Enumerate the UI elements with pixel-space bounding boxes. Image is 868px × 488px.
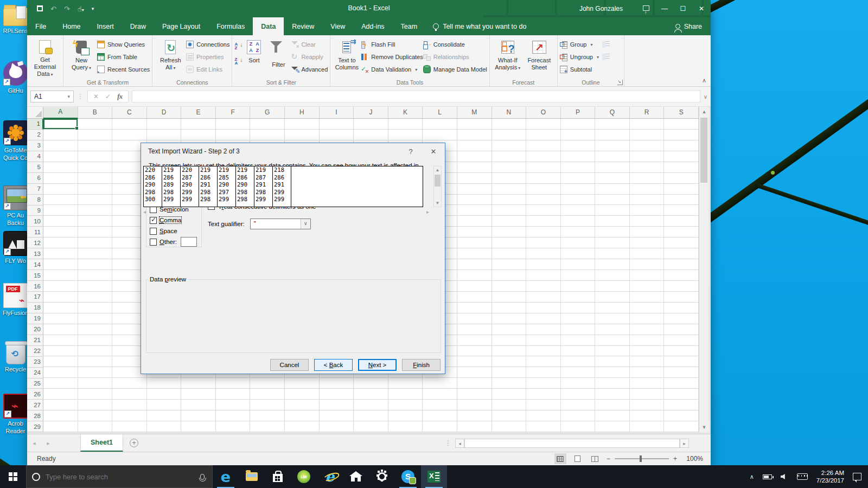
grid-cell[interactable] (181, 410, 216, 421)
grid-cell[interactable] (492, 389, 527, 400)
grid-cell[interactable] (630, 205, 665, 216)
grid-cell[interactable] (561, 303, 596, 313)
delimiter-checkbox-space[interactable] (150, 228, 157, 235)
horizontal-scroll-thumb[interactable] (464, 439, 680, 448)
grid-cell[interactable] (492, 303, 527, 313)
grid-cell[interactable] (595, 216, 630, 227)
tab-page-layout[interactable]: Page Layout (154, 17, 208, 35)
grid-cell[interactable] (112, 410, 147, 421)
back-button[interactable]: < Back (314, 359, 353, 371)
grid-cell[interactable] (423, 130, 457, 140)
grid-cell[interactable] (388, 400, 423, 410)
row-header-6[interactable]: 6 (27, 173, 43, 184)
column-header-s[interactable]: S (664, 107, 699, 119)
grid-cell[interactable] (630, 119, 665, 130)
grid-cell[interactable] (595, 259, 630, 270)
grid-cell[interactable] (492, 151, 527, 162)
column-header-h[interactable]: H (285, 107, 320, 119)
grid-cell[interactable] (630, 367, 665, 378)
grid-cell[interactable] (78, 205, 113, 216)
grid-cell[interactable] (457, 421, 492, 432)
horizontal-scrollbar[interactable]: ⋮ ◂ ▸ (445, 438, 689, 448)
grid-cell[interactable] (43, 216, 78, 227)
desktop-icon-acrobat-reader[interactable]: ↗Acrob Reader (1, 394, 30, 435)
grid-cell[interactable] (78, 195, 113, 206)
other-delimiter-input[interactable] (181, 237, 197, 247)
show-detail-button[interactable] (602, 40, 610, 49)
desktop-icon-fly-w[interactable]: ↗FLY Wo (1, 231, 30, 265)
column-header-j[interactable]: J (354, 107, 388, 119)
grid-cell[interactable] (526, 195, 561, 206)
grid-cell[interactable] (320, 389, 354, 400)
preview-scroll-right-icon[interactable]: ▸ (426, 209, 429, 216)
grid-cell[interactable] (388, 389, 423, 400)
ribbon-display-options-icon[interactable] (637, 0, 655, 17)
grid-cell[interactable] (595, 421, 630, 432)
grid-cell[interactable] (561, 367, 596, 378)
scroll-right-icon[interactable]: ▸ (680, 439, 689, 448)
grid-cell[interactable] (181, 389, 216, 400)
grid-cell[interactable] (561, 356, 596, 367)
grid-cell[interactable] (423, 421, 457, 432)
grid-cell[interactable] (457, 292, 492, 303)
grid-cell[interactable] (595, 335, 630, 346)
grid-cell[interactable] (630, 151, 665, 162)
taskbar-logmein-icon[interactable]: LMI (291, 465, 317, 488)
battery-icon[interactable] (763, 474, 772, 479)
grid-cell[interactable] (423, 389, 457, 400)
grid-cell[interactable] (492, 173, 527, 184)
tab-draw[interactable]: Draw (122, 17, 154, 35)
row-header-10[interactable]: 10 (27, 216, 43, 227)
grid-cell[interactable] (388, 421, 423, 432)
dropdown-chevron-icon[interactable]: ∨ (301, 219, 310, 229)
share-button[interactable]: Share (675, 17, 702, 35)
row-header-17[interactable]: 17 (27, 292, 43, 303)
grid-cell[interactable] (630, 378, 665, 389)
grid-cell[interactable] (43, 259, 78, 270)
grid-cell[interactable] (320, 421, 354, 432)
column-header-o[interactable]: O (526, 107, 561, 119)
grid-cell[interactable] (630, 184, 665, 195)
grid-cell[interactable] (595, 292, 630, 303)
grid-cell[interactable] (526, 162, 561, 173)
grid-cell[interactable] (216, 119, 251, 130)
grid-cell[interactable] (595, 130, 630, 140)
grid-cell[interactable] (78, 130, 113, 140)
row-header-5[interactable]: 5 (27, 162, 43, 173)
grid-cell[interactable] (181, 378, 216, 389)
grid-cell[interactable] (181, 421, 216, 432)
grid-cell[interactable] (423, 410, 457, 421)
row-header-13[interactable]: 13 (27, 248, 43, 259)
grid-cell[interactable] (43, 237, 78, 248)
grid-cell[interactable] (595, 227, 630, 237)
grid-cell[interactable] (664, 281, 699, 292)
row-header-22[interactable]: 22 (27, 346, 43, 357)
grid-cell[interactable] (43, 378, 78, 389)
grid-cell[interactable] (492, 119, 527, 130)
grid-cell[interactable] (457, 248, 492, 259)
taskbar-edge-icon[interactable]: e (213, 465, 239, 488)
grid-cell[interactable] (250, 421, 285, 432)
grid-cell[interactable] (664, 303, 699, 313)
grid-cell[interactable] (561, 119, 596, 130)
desktop-icon-rpi-folder[interactable]: RPi.Sens (1, 3, 30, 35)
tab-file[interactable]: File (27, 17, 54, 35)
grid-cell[interactable] (630, 195, 665, 206)
grid-cell[interactable] (526, 378, 561, 389)
grid-cell[interactable] (43, 303, 78, 313)
grid-cell[interactable] (664, 237, 699, 248)
row-header-11[interactable]: 11 (27, 227, 43, 237)
grid-cell[interactable] (285, 119, 320, 130)
grid-cell[interactable] (664, 140, 699, 151)
row-header-21[interactable]: 21 (27, 335, 43, 346)
grid-cell[interactable] (78, 303, 113, 313)
taskbar-internet-explorer-icon[interactable]: e (317, 465, 343, 488)
refresh-all-button[interactable]: Refresh All▾ (155, 37, 186, 78)
grid-cell[interactable] (526, 292, 561, 303)
grid-cell[interactable] (457, 410, 492, 421)
grid-cell[interactable] (630, 313, 665, 324)
grid-cell[interactable] (147, 400, 182, 410)
grid-cell[interactable] (526, 281, 561, 292)
grid-cell[interactable] (526, 356, 561, 367)
grid-cell[interactable] (457, 270, 492, 281)
